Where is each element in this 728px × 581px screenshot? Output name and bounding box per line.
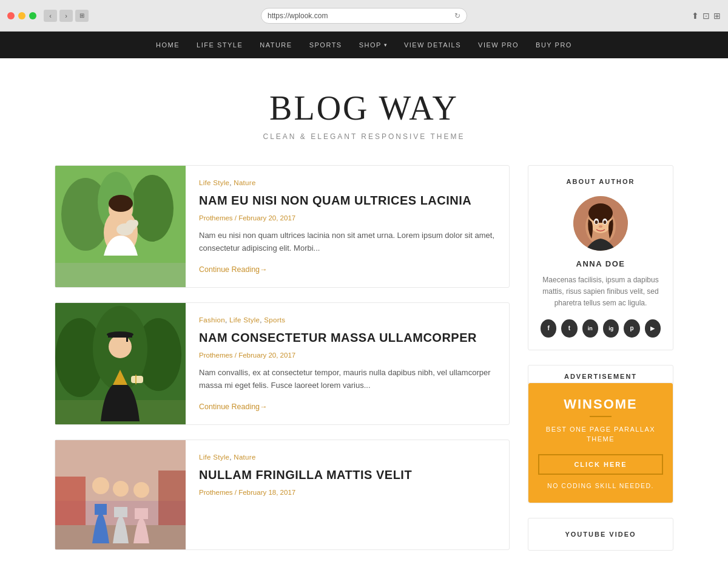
author-avatar-wrap (541, 196, 661, 251)
avatar-image (573, 196, 628, 251)
post-image-2 (55, 303, 186, 424)
social-icons: f t in ig p ▶ (541, 319, 661, 338)
cat-nature-3[interactable]: Nature (234, 454, 255, 461)
nav-sports[interactable]: SPORTS (309, 41, 342, 49)
post-content-3: Life Style, Nature NULLAM FRINGILLA MATT… (186, 440, 509, 549)
read-more-2[interactable]: Continue Reading→ (199, 403, 268, 411)
svg-rect-27 (158, 471, 186, 525)
nav-view-details[interactable]: VIEW DETAILS (404, 41, 461, 49)
cat-fashion-2[interactable]: Fashion (199, 316, 225, 324)
youtube-video-widget: YOUTUBE VIDEO (528, 518, 673, 551)
svg-rect-31 (114, 507, 127, 517)
refresh-icon[interactable]: ↻ (454, 12, 460, 20)
svg-rect-33 (135, 508, 148, 519)
svg-point-41 (604, 220, 607, 224)
instagram-icon[interactable]: ig (603, 319, 619, 338)
avatar (573, 196, 628, 251)
ad-click-button[interactable]: CLICK HERE (538, 454, 663, 475)
posts-column: Life Style, Nature NAM EU NISI NON QUAM … (55, 165, 510, 565)
nav-shop[interactable]: SHOP (359, 41, 382, 49)
post-author-2: Prothemes (199, 352, 233, 359)
svg-rect-29 (95, 504, 107, 515)
advertisement-title: ADVERTISEMENT (538, 373, 663, 380)
cat-nature-1[interactable]: Nature (234, 179, 255, 186)
post-date-1: February 20, 2017 (238, 214, 295, 222)
svg-point-40 (595, 220, 598, 224)
svg-point-37 (588, 203, 613, 223)
svg-rect-21 (131, 376, 143, 383)
post3-svg (55, 440, 186, 549)
author-bio: Maecenas facilisis, ipsum a dapibus matt… (541, 274, 661, 310)
svg-point-42 (599, 225, 602, 228)
youtube-widget-title: YOUTUBE VIDEO (541, 531, 661, 538)
post-image-1 (55, 166, 186, 287)
svg-point-32 (133, 482, 149, 498)
post-excerpt-1: Nam eu nisi non quam ultrices lacinia no… (199, 229, 496, 255)
post-date-3: February 18, 2017 (238, 489, 295, 496)
post-title-2: NAM CONSECTETUR MASSA ULLAMCORPER (199, 330, 496, 345)
svg-rect-19 (126, 335, 128, 342)
ad-footer-text: NO CODING SKILL NEEDED. (538, 482, 663, 489)
facebook-icon[interactable]: f (541, 319, 556, 338)
post-title-3: NULLAM FRINGILLA MATTIS VELIT (199, 467, 496, 483)
linkedin-icon[interactable]: in (582, 319, 598, 338)
cat-lifestyle-2[interactable]: Life Style (229, 316, 260, 324)
tab-grid-button[interactable]: ⊞ (75, 10, 89, 22)
post-image-3 (55, 440, 186, 549)
post-categories-3: Life Style, Nature (199, 454, 496, 461)
browser-dots (7, 12, 36, 19)
cat-sports-2[interactable]: Sports (264, 316, 285, 324)
share-button[interactable]: ⬆ (692, 11, 699, 21)
post-content-1: Life Style, Nature NAM EU NISI NON QUAM … (186, 166, 509, 287)
advertisement-widget: ADVERTISEMENT WINSOME BEST ONE PAGE PARA… (528, 365, 673, 503)
forward-button[interactable]: › (59, 10, 73, 22)
post-meta-3: Prothemes / February 18, 2017 (199, 489, 496, 496)
post-categories-2: Fashion, Life Style, Sports (199, 316, 496, 324)
back-button[interactable]: ‹ (44, 10, 57, 22)
post1-svg (55, 166, 186, 287)
ad-brand-title: WINSOME (538, 396, 663, 412)
post-card-2: Fashion, Life Style, Sports NAM CONSECTE… (55, 302, 510, 425)
nav-buy-pro[interactable]: BUY PRO (536, 41, 572, 49)
post-date-2: February 20, 2017 (238, 352, 295, 359)
new-tab-button[interactable]: ⊞ (713, 11, 721, 21)
svg-point-18 (107, 331, 133, 338)
nav-shop-wrapper: SHOP ▾ (359, 41, 387, 49)
post3-image-placeholder (55, 440, 186, 549)
chevron-down-icon: ▾ (384, 42, 387, 48)
post-title-1: NAM EU NISI NON QUAM ULTRICES LACINIA (199, 192, 496, 208)
close-dot[interactable] (7, 12, 15, 19)
site-subtitle: Clean & Elegant Responsive Theme (0, 132, 728, 141)
cat-lifestyle-1[interactable]: Life Style (199, 179, 229, 186)
url-text: https://wplook.com (268, 12, 328, 20)
twitter-icon[interactable]: t (561, 319, 577, 338)
svg-rect-4 (55, 263, 186, 287)
browser-chrome: ‹ › ⊞ https://wplook.com ↻ ⬆ ⊡ ⊞ (0, 0, 728, 32)
address-bar[interactable]: https://wplook.com ↻ (261, 8, 467, 24)
nav-view-pro[interactable]: VIEW PRO (478, 41, 519, 49)
post-meta-2: Prothemes / February 20, 2017 (199, 352, 496, 359)
maximize-dot[interactable] (29, 12, 36, 19)
site-title: BLOG WAY (0, 89, 728, 127)
cat-lifestyle-3[interactable]: Life Style (199, 454, 229, 461)
minimize-dot[interactable] (18, 12, 25, 19)
ad-subtitle: BEST ONE PAGE PARALLAXTHEME (538, 424, 663, 444)
site-header: BLOG WAY Clean & Elegant Responsive Them… (0, 58, 728, 165)
post-excerpt-2: Nam convallis, ex at consectetur tempor,… (199, 366, 496, 392)
post-content-2: Fashion, Life Style, Sports NAM CONSECTE… (186, 303, 509, 424)
nav-nature[interactable]: NATURE (260, 41, 292, 49)
bookmark-button[interactable]: ⊡ (703, 11, 710, 21)
nav-lifestyle[interactable]: LIFE STYLE (197, 41, 243, 49)
pinterest-icon[interactable]: p (624, 319, 639, 338)
main-container: Life Style, Nature NAM EU NISI NON QUAM … (42, 165, 686, 581)
nav-home[interactable]: HOME (156, 41, 180, 49)
svg-rect-26 (55, 477, 86, 525)
ad-divider (590, 416, 612, 417)
about-author-widget: ABOUT AUTHOR (528, 165, 673, 350)
read-more-1[interactable]: Continue Reading→ (199, 265, 268, 274)
youtube-icon[interactable]: ▶ (645, 319, 661, 338)
post1-image-placeholder (55, 166, 186, 287)
post2-svg (55, 303, 186, 424)
svg-point-16 (109, 335, 132, 358)
about-author-title: ABOUT AUTHOR (541, 178, 661, 185)
